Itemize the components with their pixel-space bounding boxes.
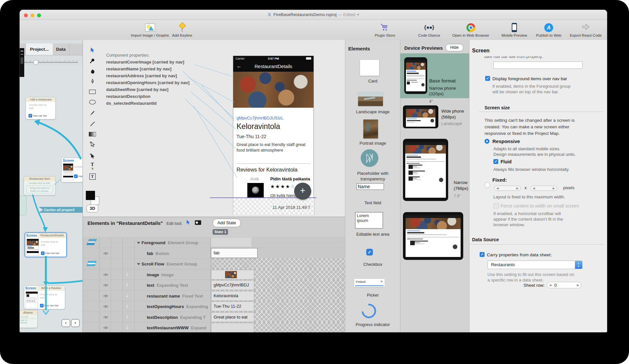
add-keyline-button[interactable]: Add Keyline [172,22,192,37]
element-row[interactable]: fabButton fab [83,248,345,259]
element-row[interactable]: ↓ textDescriptionExpanding T Great place… [83,312,345,323]
force-content-checkbox[interactable] [493,203,499,209]
fixed-height-stepper[interactable]: ◀▶ [530,186,557,191]
display-foreground-checkbox[interactable]: ✓ [485,76,490,81]
line-tool[interactable] [87,119,97,128]
element-row[interactable]: ↓ textOpeningHoursExpanding Tue-Thu 11-2… [83,301,345,312]
library-text-field-item[interactable] [356,183,384,190]
element-row[interactable]: Scroll FlowElement Group [83,258,345,269]
state-value-cell[interactable]: gMpvCc7jhmrlBDJ [211,280,254,290]
element-row[interactable]: ↓ textExpanding Text gMpvCc7jhmrlBDJ [83,280,345,291]
map-prev-button[interactable]: ‹ [62,319,70,327]
library-portrait-image-item[interactable] [363,119,378,138]
library-placeholder-item[interactable] [361,149,378,167]
sheet-row-stepper[interactable]: ◀0▶ [547,282,581,288]
collapse-twisty[interactable] [137,263,140,265]
phone-mockup[interactable]: Carrier 3:57 PM ← RestaurantDetails gMpv… [233,56,314,198]
hand-tool[interactable] [87,67,97,76]
text-box-tool[interactable]: T [87,172,97,181]
map-next-button[interactable]: › [71,319,80,327]
data-sheet-select[interactable]: Restaurants ▲▼ [487,261,582,269]
brush-tool[interactable] [87,109,97,117]
add-state-button[interactable]: Add State [213,219,241,227]
interaction-tool[interactable] [195,220,201,225]
map-node-write-review[interactable]: Screen Write a Review ★★★★★ Double-click… [24,285,65,309]
design-canvas[interactable]: T⇅ T 3D Component properties: restaurant… [83,40,345,332]
ellipse-tool[interactable] [87,98,97,106]
close-window-button[interactable] [24,13,28,17]
title-chevron-icon[interactable] [357,14,359,16]
zoom-tool[interactable] [87,56,97,65]
pen-tool[interactable] [87,77,97,86]
responsive-radio[interactable] [485,139,489,144]
collapse-twisty[interactable] [137,242,140,244]
plugin-store-button[interactable]: Plugin Store [375,22,395,37]
text-tool[interactable]: T⇅ [87,162,97,171]
map-node-partial[interactable]: dName k to edit. here to canvas. [20,310,38,328]
foreground-color-swatch[interactable] [86,191,95,200]
zoom-window-button[interactable] [37,13,41,17]
gradient-tool[interactable] [87,130,97,138]
export-react-code-button[interactable]: Export React Code [570,22,601,37]
visibility-eye-icon[interactable] [103,272,108,278]
has-nav-bar-checkbox[interactable]: ✓ [74,174,78,178]
mobile-preview-button[interactable]: Mobile Preview [502,22,527,37]
fluid-checkbox[interactable]: ✓ [493,159,498,164]
map-node-screen[interactable]: Screen Double-click to edit ✓ Has nav ba… [61,158,83,182]
nav-bar-title-input[interactable] [493,62,582,69]
state-value-cell[interactable]: Keloravintola [211,291,254,301]
element-row[interactable]: ↓ imageImage [83,269,345,280]
library-card-item[interactable] [360,60,379,76]
element-row[interactable]: ↓ textRestaurantWWWExpand [83,322,345,332]
state-value-cell[interactable]: fab [211,248,257,258]
map-zoom-slider[interactable] [24,60,78,64]
fixed-radio[interactable] [485,182,490,188]
visibility-eye-icon[interactable] [103,315,108,320]
slider-thumb[interactable] [33,60,38,65]
publish-to-web-button[interactable]: A Publish to Web [536,22,561,37]
visibility-eye-icon[interactable] [103,251,108,257]
visibility-eye-icon[interactable] [103,304,108,310]
device-preview-wide[interactable]: Wide phone (568px) Landscape [400,101,469,137]
carry-properties-checkbox[interactable]: ✓ [480,252,485,257]
map-node-restaurant-item[interactable]: Restaurant Item Double-click to edit. Dr… [24,176,56,195]
device-preview-base[interactable]: Base format Narrow phone (320px) 4" [400,53,469,98]
library-textarea-item[interactable]: Lorem ipsum [355,212,383,228]
open-in-web-browser-button[interactable]: Open in Web Browser [452,22,489,37]
flow-select-tool[interactable] [87,152,97,160]
code-glance-button[interactable]: {} Code Glance [418,22,440,37]
fab-button[interactable]: + [294,183,311,200]
map-node-add-restaurant[interactable]: Add a restaurant Double-click to edit ✓ … [26,97,56,119]
library-progress-indicator-item[interactable] [359,301,379,321]
hide-button[interactable]: Hide [446,44,463,51]
visibility-eye-icon[interactable] [103,282,108,288]
element-row[interactable]: ForegroundElement Group [83,237,345,248]
edit-cursor-tool[interactable] [186,220,191,227]
restaurant-id-link[interactable]: gMpvCc7jhmrlBDJUSIzL [237,116,283,120]
element-row[interactable]: ↓ restaurant nameFixed Text Keloravintol… [83,290,345,301]
library-landscape-image-item[interactable] [358,92,383,106]
device-preview-extra[interactable] [400,211,469,263]
3d-button[interactable]: 3D [86,205,98,212]
state-1-badge[interactable]: State 1 [213,229,228,235]
minimize-window-button[interactable] [30,13,34,17]
fixed-width-stepper[interactable]: ◀▶ [494,186,521,191]
has-nav-bar-checkbox[interactable]: ✓ [41,251,45,255]
rectangle-tool[interactable] [87,87,97,96]
visibility-eye-icon[interactable] [103,293,108,299]
restaurant-cover-image[interactable] [233,72,314,108]
visibility-eye-icon[interactable] [103,325,108,331]
state-value-cell[interactable]: Great place to eat [211,312,254,322]
state-value-cell[interactable] [211,323,254,332]
drag-source[interactable]: Drag from here to insert on canvas. [26,186,53,193]
state-cell[interactable] [211,238,251,247]
has-nav-bar-checkbox[interactable]: ✓ [29,114,32,118]
library-picker-item[interactable]: Finland [354,279,385,287]
device-preview-tablet[interactable]: Narrow (768px) 7.9" [400,138,469,204]
map-node-restaurant-details[interactable]: Screen RestaurantDetails Double-click to… [25,232,67,257]
import-image-button[interactable]: Import Image / Graphic [131,22,169,37]
has-nav-bar-checkbox[interactable]: ✓ [40,304,44,307]
state-value-cell[interactable]: Tue-Thu 11-22 [211,301,254,311]
state-value-cell[interactable] [211,270,254,280]
tab-project-map[interactable]: Project... [26,44,53,55]
